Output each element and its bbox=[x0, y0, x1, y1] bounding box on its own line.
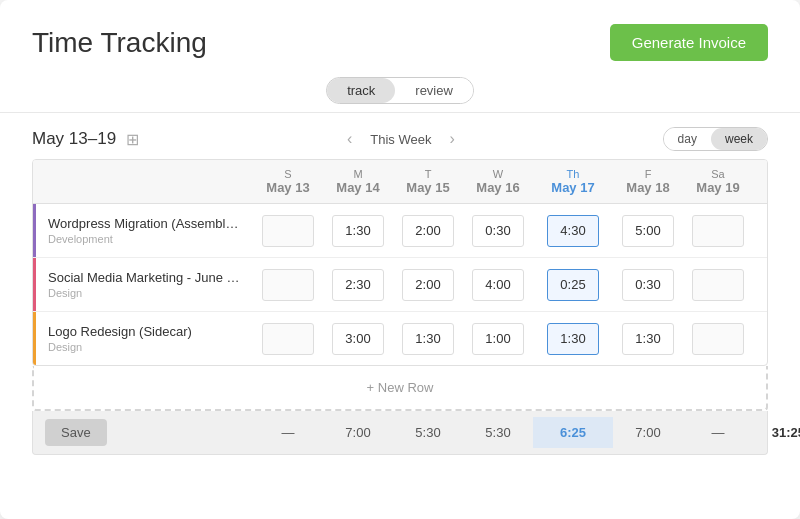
footer-total-thu: 6:25 bbox=[533, 417, 613, 448]
time-cell-row1-thu bbox=[533, 209, 613, 253]
time-cell-row3-sun bbox=[253, 317, 323, 361]
footer-grand-total: 31:25 bbox=[753, 417, 800, 448]
row-total-3: 8:30 bbox=[753, 325, 768, 352]
nav-center: ‹ This Week › bbox=[341, 128, 461, 150]
project-cell-1: Wordpress Migration (Assembly We... Deve… bbox=[33, 204, 253, 257]
row-total-2: 9:25 ✎ 🗑 bbox=[753, 271, 768, 298]
generate-invoice-button[interactable]: Generate Invoice bbox=[610, 24, 768, 61]
gh-tue: T May 15 bbox=[393, 160, 463, 203]
time-input-row2-fri[interactable] bbox=[622, 269, 674, 301]
gh-total-col bbox=[753, 160, 768, 203]
time-input-row3-thu[interactable] bbox=[547, 323, 599, 355]
project-cell-3: Logo Redesign (Sidecar) Design bbox=[33, 312, 253, 365]
footer-total-sat: — bbox=[683, 417, 753, 448]
time-input-row2-mon[interactable] bbox=[332, 269, 384, 301]
week-range: May 13–19 ⊞ bbox=[32, 129, 139, 149]
tab-track[interactable]: track bbox=[327, 78, 395, 103]
gh-mon: M May 14 bbox=[323, 160, 393, 203]
time-cell-row2-mon bbox=[323, 263, 393, 307]
footer-total-fri: 7:00 bbox=[613, 417, 683, 448]
footer-total-sun: — bbox=[253, 417, 323, 448]
time-input-row2-thu[interactable] bbox=[547, 269, 599, 301]
time-input-row1-fri[interactable] bbox=[622, 215, 674, 247]
time-cell-row3-sat bbox=[683, 317, 753, 361]
time-cell-row2-sun bbox=[253, 263, 323, 307]
time-cell-row3-fri bbox=[613, 317, 683, 361]
grid-header: S May 13 M May 14 T May 15 W May 16 Th M… bbox=[33, 160, 767, 204]
time-input-row1-tue[interactable] bbox=[402, 215, 454, 247]
footer-total-wed: 5:30 bbox=[463, 417, 533, 448]
time-cell-row1-fri bbox=[613, 209, 683, 253]
time-cell-row1-sat bbox=[683, 209, 753, 253]
time-input-row3-wed[interactable] bbox=[472, 323, 524, 355]
time-input-row2-sun[interactable] bbox=[262, 269, 314, 301]
project-name-1: Wordpress Migration (Assembly We... bbox=[48, 216, 241, 231]
time-input-row1-sat[interactable] bbox=[692, 215, 744, 247]
project-category-2: Design bbox=[48, 287, 241, 299]
time-input-row1-sun[interactable] bbox=[262, 215, 314, 247]
this-week-label: This Week bbox=[370, 132, 431, 147]
week-range-label: May 13–19 bbox=[32, 129, 116, 149]
next-week-arrow[interactable]: › bbox=[443, 128, 460, 150]
time-cell-row3-wed bbox=[463, 317, 533, 361]
project-cell-2: Social Media Marketing - June (Neu...) D… bbox=[33, 258, 253, 311]
time-cell-row3-mon bbox=[323, 317, 393, 361]
time-input-row3-mon[interactable] bbox=[332, 323, 384, 355]
gh-fri: F May 18 bbox=[613, 160, 683, 203]
time-input-row1-wed[interactable] bbox=[472, 215, 524, 247]
table-row: Logo Redesign (Sidecar) Design bbox=[33, 312, 767, 365]
time-input-row1-mon[interactable] bbox=[332, 215, 384, 247]
time-cell-row2-wed bbox=[463, 263, 533, 307]
table-row: Wordpress Migration (Assembly We... Deve… bbox=[33, 204, 767, 258]
calendar-icon[interactable]: ⊞ bbox=[126, 130, 139, 149]
time-cell-row1-wed bbox=[463, 209, 533, 253]
time-input-row3-tue[interactable] bbox=[402, 323, 454, 355]
time-cell-row1-sun bbox=[253, 209, 323, 253]
gh-project-col bbox=[33, 160, 253, 203]
footer-row: Save — 7:00 5:30 5:30 6:25 7:00 — 31:25 bbox=[32, 411, 768, 455]
save-button[interactable]: Save bbox=[45, 419, 107, 446]
gh-sun: S May 13 bbox=[253, 160, 323, 203]
week-nav: May 13–19 ⊞ ‹ This Week › day week bbox=[0, 113, 800, 159]
view-week-button[interactable]: week bbox=[711, 128, 767, 150]
time-cell-row2-tue bbox=[393, 263, 463, 307]
gh-wed: W May 16 bbox=[463, 160, 533, 203]
view-day-button[interactable]: day bbox=[664, 128, 711, 150]
time-input-row1-thu[interactable] bbox=[547, 215, 599, 247]
footer-total-tue: 5:30 bbox=[393, 417, 463, 448]
footer-total-mon: 7:00 bbox=[323, 417, 393, 448]
tab-review[interactable]: review bbox=[395, 78, 473, 103]
project-name-2: Social Media Marketing - June (Neu...) bbox=[48, 270, 241, 285]
time-input-row3-sun[interactable] bbox=[262, 323, 314, 355]
app-container: Time Tracking Generate Invoice track rev… bbox=[0, 0, 800, 519]
tab-group: track review bbox=[326, 77, 474, 104]
time-cell-row3-tue bbox=[393, 317, 463, 361]
page-title: Time Tracking bbox=[32, 27, 207, 59]
tab-bar: track review bbox=[0, 73, 800, 113]
time-grid: S May 13 M May 14 T May 15 W May 16 Th M… bbox=[32, 159, 768, 366]
time-input-row3-sat[interactable] bbox=[692, 323, 744, 355]
gh-thu: Th May 17 bbox=[533, 160, 613, 203]
footer-save: Save bbox=[33, 411, 253, 454]
project-name-3: Logo Redesign (Sidecar) bbox=[48, 324, 241, 339]
view-toggle: day week bbox=[663, 127, 768, 151]
header: Time Tracking Generate Invoice bbox=[0, 0, 800, 73]
table-row: Social Media Marketing - June (Neu...) D… bbox=[33, 258, 767, 312]
prev-week-arrow[interactable]: ‹ bbox=[341, 128, 358, 150]
time-input-row2-sat[interactable] bbox=[692, 269, 744, 301]
time-cell-row3-thu bbox=[533, 317, 613, 361]
gh-sat: Sa May 19 bbox=[683, 160, 753, 203]
time-input-row2-wed[interactable] bbox=[472, 269, 524, 301]
new-row-button[interactable]: + New Row bbox=[32, 366, 768, 411]
time-cell-row1-mon bbox=[323, 209, 393, 253]
time-cell-row2-fri bbox=[613, 263, 683, 307]
time-input-row2-tue[interactable] bbox=[402, 269, 454, 301]
time-cell-row2-thu bbox=[533, 263, 613, 307]
time-input-row3-fri[interactable] bbox=[622, 323, 674, 355]
project-category-3: Design bbox=[48, 341, 241, 353]
time-cell-row2-sat bbox=[683, 263, 753, 307]
project-category-1: Development bbox=[48, 233, 241, 245]
time-cell-row1-tue bbox=[393, 209, 463, 253]
row-total-1: 13:30 bbox=[753, 217, 768, 244]
